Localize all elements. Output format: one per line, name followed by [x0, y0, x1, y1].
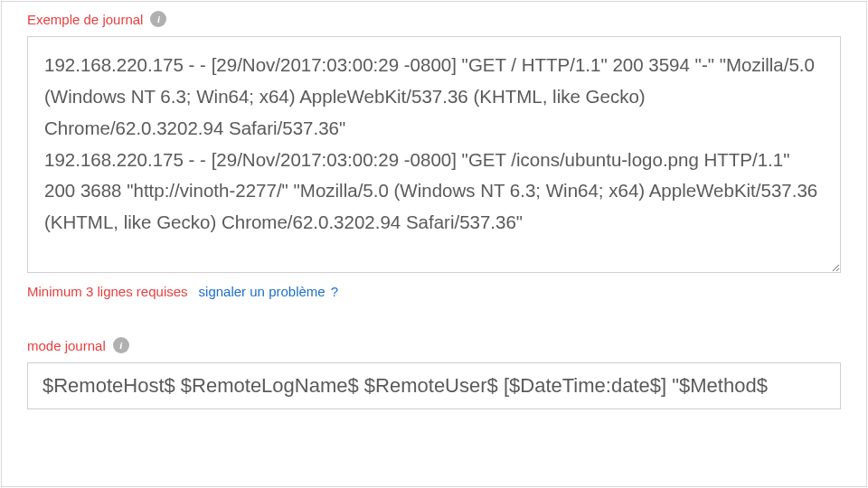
report-problem-link[interactable]: signaler un problème: [199, 284, 326, 299]
form-panel: Exemple de journal i Minimum 3 lignes re…: [1, 1, 867, 487]
log-sample-label: Exemple de journal i: [27, 2, 841, 27]
min-lines-warning: Minimum 3 lignes requises: [27, 284, 188, 299]
info-icon[interactable]: i: [113, 337, 129, 353]
spacer: [27, 299, 841, 337]
log-mode-label-text: mode journal: [27, 338, 106, 353]
log-sample-label-text: Exemple de journal: [27, 12, 143, 27]
validation-row: Minimum 3 lignes requises signaler un pr…: [27, 284, 841, 299]
question-mark-icon: ?: [331, 284, 338, 299]
info-icon[interactable]: i: [150, 11, 166, 27]
log-pattern-input[interactable]: [27, 362, 841, 409]
log-mode-label: mode journal i: [27, 337, 841, 353]
log-sample-textarea[interactable]: [27, 36, 841, 273]
